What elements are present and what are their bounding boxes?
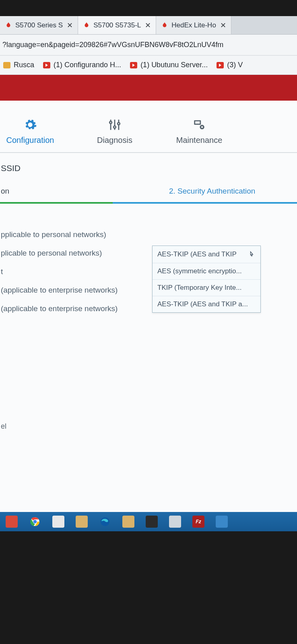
url-text: ?language=en&pageid=209826#7wVGsnUFBN6W8…: [2, 41, 223, 49]
youtube-icon: [217, 62, 224, 68]
cancel-button[interactable]: el: [1, 422, 6, 431]
svg-rect-8: [195, 122, 200, 124]
windows-taskbar: Fz: [0, 512, 297, 531]
bookmark-item[interactable]: (1) Ubutunu Server...: [130, 61, 208, 69]
browser-tab-1[interactable]: S5700 S5735-L ✕: [78, 16, 156, 34]
nav-configuration[interactable]: Configuration: [0, 118, 60, 145]
bookmark-label: (1) Configurando H...: [54, 61, 121, 69]
svg-point-11: [101, 517, 109, 526]
taskbar-chrome-icon[interactable]: [29, 516, 41, 528]
taskbar-edge-icon[interactable]: [99, 516, 111, 528]
step-1[interactable]: on: [0, 187, 169, 196]
option-row[interactable]: pplicable to personal networks): [0, 225, 297, 244]
nav-label: Maintenance: [176, 136, 223, 145]
nav-label: Diagnosis: [97, 136, 132, 145]
svg-point-6: [118, 122, 120, 125]
browser-tabstrip: S5700 Series S ✕ S5700 S5735-L ✕ HedEx L…: [0, 16, 297, 35]
nav-label: Configuration: [6, 136, 54, 145]
svg-point-2: [109, 122, 112, 124]
taskbar-app-icon[interactable]: [52, 516, 64, 528]
dropdown-option[interactable]: AES (symmetric encryptio...: [153, 263, 260, 280]
dropdown-option-label: AES-TKIP (AES and TKIP: [157, 250, 237, 258]
youtube-icon: [130, 62, 137, 68]
option-text: (applicable to enterprise networks): [1, 286, 146, 295]
close-icon[interactable]: ✕: [66, 21, 74, 30]
folder-icon: [3, 62, 10, 68]
option-text: pplicable to personal networks): [1, 230, 146, 239]
sliders-icon: [108, 118, 122, 132]
step-track: [0, 202, 297, 204]
browser-tab-2[interactable]: HedEx Lite-Ho ✕: [156, 16, 231, 34]
taskbar-app-icon[interactable]: [6, 516, 18, 528]
taskbar-app-icon[interactable]: [216, 516, 228, 528]
taskbar-explorer-icon[interactable]: [76, 516, 88, 528]
taskbar-app-icon[interactable]: [169, 516, 181, 528]
taskbar-terminal-icon[interactable]: [146, 516, 158, 528]
youtube-icon: [43, 62, 50, 68]
huawei-icon: [83, 22, 90, 29]
tab-label: HedEx Lite-Ho: [171, 21, 216, 29]
section-title: SSID: [0, 153, 297, 181]
tab-label: S5700 S5735-L: [93, 21, 141, 29]
option-text: (applicable to enterprise networks): [1, 304, 146, 313]
dropdown-option[interactable]: AES-TKIP (AES and TKIP: [153, 246, 260, 263]
nav-diagnosis[interactable]: Diagnosis: [85, 118, 145, 145]
option-text: t: [1, 267, 146, 276]
bookmark-item[interactable]: (3) V: [217, 61, 243, 69]
option-text: plicable to personal networks): [1, 249, 146, 258]
bookmarks-bar: Rusca (1) Configurando H... (1) Ubutunu …: [0, 56, 297, 75]
bookmark-label: (3) V: [227, 61, 243, 69]
encryption-dropdown[interactable]: AES-TKIP (AES and TKIP AES (symmetric en…: [152, 246, 261, 313]
gear-icon: [23, 118, 37, 132]
nav-maintenance[interactable]: Maintenance: [169, 118, 229, 145]
screen: S5700 Series S ✕ S5700 S5735-L ✕ HedEx L…: [0, 16, 297, 515]
dropdown-option-label: TKIP (Temporary Key Inte...: [157, 284, 241, 291]
bookmark-label: (1) Ubutunu Server...: [140, 61, 208, 69]
close-icon[interactable]: ✕: [144, 21, 152, 30]
taskbar-folder-icon[interactable]: [122, 516, 134, 528]
browser-tab-0[interactable]: S5700 Series S ✕: [0, 16, 78, 34]
taskbar-filezilla-icon[interactable]: Fz: [192, 516, 204, 528]
bookmark-item[interactable]: (1) Configurando H...: [43, 61, 121, 69]
bookmark-item[interactable]: Rusca: [3, 61, 34, 69]
huawei-icon: [161, 22, 168, 29]
app-header-banner: [0, 75, 297, 101]
main-nav: Configuration Diagnosis Maintenance: [0, 101, 297, 153]
svg-point-0: [29, 123, 32, 127]
pointer-cursor-icon: [248, 250, 256, 259]
svg-point-4: [113, 126, 116, 128]
dropdown-option-label: AES-TKIP (AES and TKIP a...: [157, 300, 248, 308]
huawei-icon: [5, 22, 12, 29]
content-area: SSID on 2. Security Authentication pplic…: [0, 153, 297, 515]
dropdown-option-label: AES (symmetric encryptio...: [157, 267, 242, 275]
address-bar[interactable]: ?language=en&pageid=209826#7wVGsnUFBN6W8…: [0, 35, 297, 56]
step-2-security-authentication[interactable]: 2. Security Authentication: [169, 187, 255, 196]
dropdown-option[interactable]: AES-TKIP (AES and TKIP a...: [153, 296, 260, 312]
bookmark-label: Rusca: [14, 61, 34, 69]
dropdown-option[interactable]: TKIP (Temporary Key Inte...: [153, 280, 260, 296]
svg-point-10: [33, 520, 37, 524]
wizard-stepper: on 2. Security Authentication: [0, 181, 297, 201]
close-icon[interactable]: ✕: [219, 21, 227, 30]
maintenance-icon: [192, 118, 206, 132]
tab-label: S5700 Series S: [15, 21, 63, 29]
